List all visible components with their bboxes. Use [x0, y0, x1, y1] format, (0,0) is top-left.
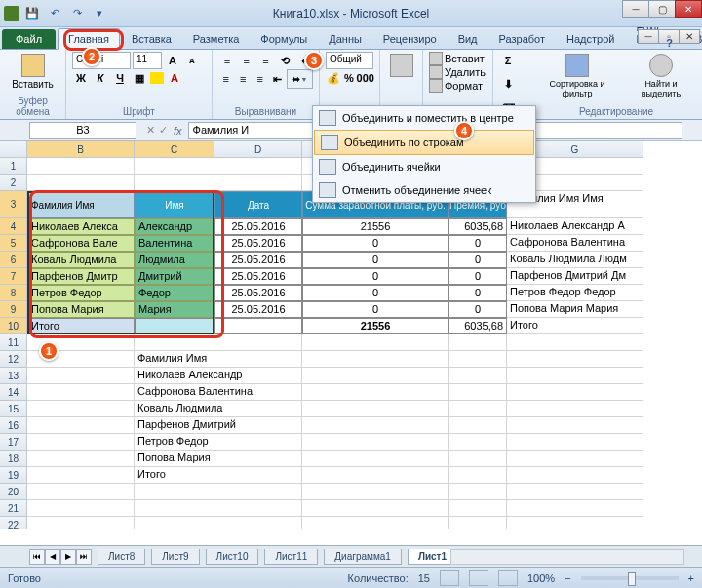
- help-button[interactable]: ?: [666, 37, 673, 49]
- align-middle-button[interactable]: ≡: [238, 52, 255, 69]
- view-tab[interactable]: Вид: [448, 29, 488, 49]
- cell[interactable]: [507, 417, 644, 434]
- cell[interactable]: [214, 334, 302, 351]
- cell[interactable]: [214, 368, 302, 384]
- addins-tab[interactable]: Надстрой: [557, 29, 624, 49]
- table-header[interactable]: Имя: [135, 191, 214, 218]
- cell[interactable]: [214, 484, 302, 500]
- cell[interactable]: [27, 401, 135, 417]
- cell[interactable]: [448, 334, 507, 351]
- cell[interactable]: [214, 500, 302, 517]
- row-header[interactable]: 3: [0, 191, 27, 218]
- row-header[interactable]: 4: [0, 218, 27, 235]
- cell[interactable]: [302, 384, 448, 401]
- first-sheet-button[interactable]: ⏮: [29, 549, 45, 565]
- border-button[interactable]: ▦: [131, 69, 148, 87]
- cell[interactable]: [507, 334, 644, 351]
- cell[interactable]: [135, 500, 214, 517]
- row-header[interactable]: 6: [0, 252, 27, 268]
- name-box[interactable]: B3: [29, 122, 136, 139]
- cell[interactable]: [302, 368, 448, 384]
- align-left-button[interactable]: ≡: [218, 70, 233, 88]
- insert-tab[interactable]: Вставка: [122, 29, 181, 49]
- decrease-font-button[interactable]: A: [183, 52, 201, 69]
- cell[interactable]: [302, 500, 448, 517]
- cell[interactable]: [214, 417, 302, 434]
- cell[interactable]: [214, 467, 302, 484]
- zoom-out-button[interactable]: −: [565, 572, 570, 584]
- page-break-view-button[interactable]: [498, 570, 518, 586]
- sheet-tab[interactable]: Диаграмма1: [324, 549, 402, 565]
- font-color-button[interactable]: A: [166, 69, 183, 87]
- cell[interactable]: Итого: [135, 467, 214, 484]
- cell[interactable]: 0: [448, 285, 507, 301]
- cell[interactable]: Петров Федор: [27, 285, 135, 301]
- cell[interactable]: [214, 401, 302, 417]
- cell[interactable]: [214, 158, 302, 175]
- cell[interactable]: [27, 417, 135, 434]
- cell[interactable]: [27, 467, 135, 484]
- cell[interactable]: 0: [448, 268, 507, 285]
- cell[interactable]: [507, 500, 644, 517]
- col-header-b[interactable]: B: [27, 141, 135, 158]
- redo-qat-button[interactable]: ↷: [67, 5, 87, 22]
- mdi-minimize-button[interactable]: ─: [638, 29, 659, 44]
- cell[interactable]: [135, 318, 214, 334]
- last-sheet-button[interactable]: ⏭: [76, 549, 92, 565]
- cell[interactable]: [27, 500, 135, 517]
- delete-cells-button[interactable]: Удалить: [429, 65, 487, 79]
- cell[interactable]: [214, 175, 302, 191]
- save-qat-button[interactable]: 💾: [22, 5, 42, 22]
- cell[interactable]: Попова Мария Мария: [507, 301, 644, 318]
- cell[interactable]: Коваль Людмила: [135, 401, 214, 417]
- cell[interactable]: [302, 401, 448, 417]
- zoom-in-button[interactable]: +: [688, 572, 694, 584]
- cell[interactable]: [214, 434, 302, 451]
- cell[interactable]: 0: [302, 235, 448, 252]
- row-header[interactable]: 15: [0, 401, 27, 417]
- mdi-close-button[interactable]: ✕: [679, 29, 700, 44]
- cell[interactable]: Фамилия Имя: [135, 351, 214, 368]
- sheet-tab[interactable]: Лист11: [264, 549, 318, 565]
- cell[interactable]: 0: [448, 235, 507, 252]
- cell[interactable]: [507, 351, 644, 368]
- row-header[interactable]: 22: [0, 517, 27, 529]
- cell[interactable]: [302, 451, 448, 467]
- cell[interactable]: Попова Мария: [27, 301, 135, 318]
- cell[interactable]: 0: [448, 301, 507, 318]
- merge-cells-item[interactable]: Объединить ячейки: [313, 155, 535, 178]
- cell[interactable]: [27, 451, 135, 467]
- row-header[interactable]: 7: [0, 268, 27, 285]
- cell[interactable]: Петров Федор: [135, 434, 214, 451]
- cell[interactable]: [214, 517, 302, 529]
- cell-styles-button[interactable]: [386, 52, 416, 79]
- cell[interactable]: [27, 434, 135, 451]
- orientation-button[interactable]: ⟲: [276, 52, 293, 69]
- cell[interactable]: [507, 517, 644, 529]
- row-header[interactable]: 14: [0, 384, 27, 401]
- cell[interactable]: [448, 384, 507, 401]
- row-header[interactable]: 10: [0, 318, 27, 334]
- fill-button[interactable]: ⬇: [499, 76, 517, 94]
- file-tab[interactable]: Файл: [2, 29, 56, 49]
- cell[interactable]: Коваль Людмила Людм: [507, 252, 644, 268]
- row-header[interactable]: 8: [0, 285, 27, 301]
- page-layout-view-button[interactable]: [469, 570, 488, 586]
- layout-tab[interactable]: Разметка: [183, 29, 250, 49]
- italic-button[interactable]: К: [92, 69, 109, 87]
- cell[interactable]: Николаев Алекса: [27, 218, 135, 235]
- cell[interactable]: [27, 158, 135, 175]
- sheet-tab[interactable]: Лист10: [206, 549, 259, 565]
- next-sheet-button[interactable]: ▶: [60, 549, 76, 565]
- row-header[interactable]: 19: [0, 467, 27, 484]
- zoom-slider[interactable]: [581, 576, 679, 580]
- cell[interactable]: 6035,68: [448, 218, 507, 235]
- increase-font-button[interactable]: A: [164, 52, 181, 69]
- cell[interactable]: 25.05.2016: [214, 252, 302, 268]
- autosum-button[interactable]: Σ: [499, 52, 517, 69]
- cell[interactable]: 6035,68: [448, 318, 507, 334]
- cell[interactable]: [448, 401, 507, 417]
- paste-button[interactable]: Вставить: [6, 52, 59, 92]
- cell[interactable]: [507, 384, 644, 401]
- cell[interactable]: Коваль Людмила: [27, 252, 135, 268]
